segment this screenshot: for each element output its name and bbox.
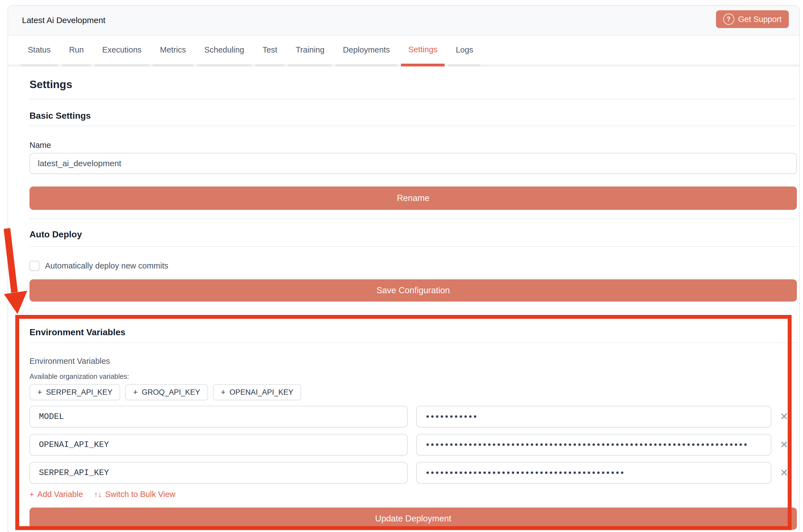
org-variable-chip-label: OPENAI_API_KEY: [229, 388, 293, 397]
env-variable-row: SERPER_API_KEY •••••••••••••••••••••••••…: [30, 462, 797, 483]
divider: [30, 246, 797, 247]
tab[interactable]: Logs: [448, 35, 481, 66]
name-input-value: latest_ai_development: [38, 159, 121, 168]
env-value-input[interactable]: ••••••••••••••••••••••••••••••••••••••••…: [416, 462, 771, 483]
env-value-input[interactable]: ••••••••••••••••••••••••••••••••••••••••…: [416, 434, 771, 456]
save-configuration-label: Save Configuration: [376, 285, 450, 296]
tab-label: Test: [262, 45, 277, 55]
tab-label: Scheduling: [204, 45, 244, 55]
tab-label: Status: [28, 45, 51, 55]
env-value-masked: ••••••••••••••••••••••••••••••••••••••••…: [425, 440, 748, 450]
tab[interactable]: Settings: [401, 35, 445, 66]
org-variable-chip[interactable]: + SERPER_API_KEY: [30, 384, 120, 400]
tab[interactable]: Deployments: [336, 35, 397, 66]
divider: [30, 126, 797, 126]
tab-label: Settings: [408, 45, 437, 54]
save-configuration-button[interactable]: Save Configuration: [30, 279, 797, 302]
available-org-variables-label: Available organization variables:: [30, 373, 797, 381]
env-variable-row: MODEL ••••••••••• ✕: [30, 406, 797, 428]
org-variable-chip-label: GROQ_API_KEY: [142, 388, 200, 397]
org-variable-chip[interactable]: + GROQ_API_KEY: [125, 384, 208, 400]
env-variable-row: OPENAI_API_KEY •••••••••••••••••••••••••…: [30, 434, 797, 456]
tab-label: Training: [296, 45, 324, 55]
page-title: Settings: [30, 78, 797, 91]
add-variable-link[interactable]: + Add Variable: [30, 490, 83, 499]
card-header: Latest Ai Development ? Get Support: [8, 5, 799, 35]
environment-variables-heading: Environment Variables: [30, 327, 797, 338]
remove-variable-button[interactable]: ✕: [771, 434, 797, 456]
env-value-masked: ••••••••••••••••••••••••••••••••••••••••…: [425, 468, 624, 478]
env-key-value: SERPER_API_KEY: [39, 468, 109, 477]
tab-label: Logs: [456, 45, 473, 55]
divider: [30, 99, 797, 99]
tab-label: Metrics: [160, 45, 186, 55]
tab[interactable]: Scheduling: [197, 35, 251, 66]
tab[interactable]: Training: [288, 35, 332, 66]
up-down-arrows-icon: ↑↓: [94, 490, 102, 499]
org-variable-chip[interactable]: + OPENAI_API_KEY: [213, 384, 301, 400]
help-circle-icon: ?: [723, 14, 734, 25]
divider: [30, 218, 797, 219]
remove-variable-button[interactable]: ✕: [771, 406, 797, 428]
get-support-label: Get Support: [738, 15, 782, 24]
env-key-value: MODEL: [39, 412, 64, 421]
org-variable-chip-label: SERPER_API_KEY: [46, 388, 113, 397]
env-links-row: + Add Variable ↑↓ Switch to Bulk View: [30, 490, 797, 499]
tab[interactable]: Run: [62, 35, 91, 66]
tab-label: Executions: [102, 45, 142, 55]
env-value-input[interactable]: •••••••••••: [416, 406, 771, 428]
env-key-input[interactable]: MODEL: [30, 406, 408, 428]
plus-icon: +: [30, 490, 34, 499]
update-deployment-button[interactable]: Update Deployment: [30, 508, 797, 530]
tab-label: Run: [69, 45, 84, 55]
tab[interactable]: Test: [255, 35, 284, 66]
env-key-input[interactable]: OPENAI_API_KEY: [30, 434, 408, 456]
remove-variable-button[interactable]: ✕: [771, 462, 797, 483]
rename-button[interactable]: Rename: [30, 187, 797, 210]
deployment-title: Latest Ai Development: [22, 16, 105, 25]
env-value-masked: •••••••••••: [425, 412, 478, 422]
plus-icon: +: [37, 387, 42, 397]
rename-label: Rename: [397, 193, 429, 203]
tab[interactable]: Executions: [95, 35, 149, 66]
auto-deploy-checkbox-label: Automatically deploy new commits: [45, 261, 168, 270]
tab-bar: Status Run Executions Metrics Scheduling…: [8, 35, 799, 66]
deployment-card: Latest Ai Development ? Get Support Stat…: [7, 5, 800, 532]
env-key-input[interactable]: SERPER_API_KEY: [30, 462, 408, 483]
tab-label: Deployments: [343, 45, 390, 55]
switch-bulk-view-label: Switch to Bulk View: [105, 490, 175, 499]
get-support-button[interactable]: ? Get Support: [716, 10, 789, 28]
plus-icon: +: [133, 387, 138, 397]
auto-deploy-row: Automatically deploy new commits: [30, 261, 797, 271]
basic-settings-heading: Basic Settings: [30, 111, 797, 121]
env-rows: MODEL ••••••••••• ✕ OPENAI_API_KEY •••••…: [30, 406, 797, 490]
add-variable-label: Add Variable: [37, 490, 83, 499]
name-label: Name: [30, 141, 797, 150]
env-key-value: OPENAI_API_KEY: [39, 440, 109, 450]
org-variable-chips: + SERPER_API_KEY + GROQ_API_KEY + OPENAI…: [30, 384, 797, 400]
plus-icon: +: [221, 387, 226, 397]
auto-deploy-heading: Auto Deploy: [30, 229, 797, 240]
tab[interactable]: Metrics: [153, 35, 193, 66]
tab[interactable]: Status: [21, 35, 58, 66]
divider: [30, 342, 797, 343]
name-input[interactable]: latest_ai_development: [30, 153, 797, 174]
auto-deploy-checkbox[interactable]: [30, 261, 39, 271]
environment-variables-label: Environment Variables: [30, 357, 797, 366]
switch-bulk-view-link[interactable]: ↑↓ Switch to Bulk View: [94, 490, 175, 499]
update-deployment-label: Update Deployment: [375, 514, 451, 524]
